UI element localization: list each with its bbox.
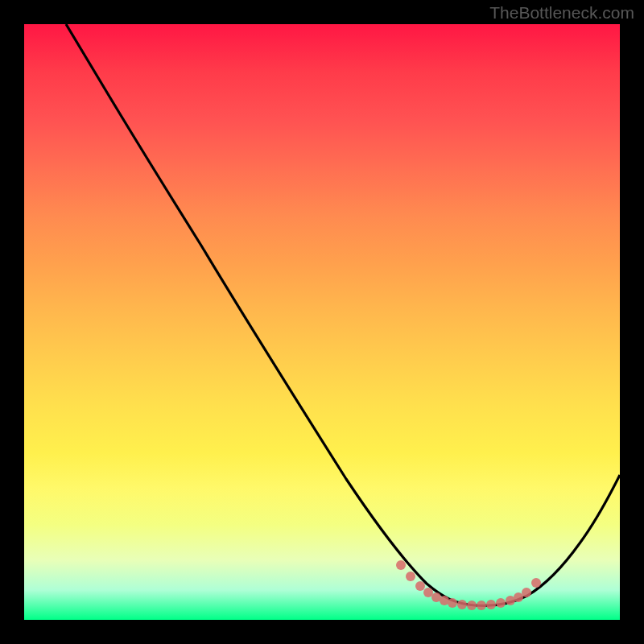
svg-point-10	[486, 600, 496, 609]
chart-svg	[24, 24, 620, 620]
svg-point-7	[457, 600, 467, 609]
svg-point-0	[396, 560, 406, 570]
bottleneck-curve-line	[66, 24, 620, 606]
svg-point-13	[514, 592, 523, 602]
chart-plot-area	[24, 24, 620, 620]
svg-point-9	[477, 601, 486, 610]
svg-point-2	[415, 581, 425, 591]
svg-point-14	[522, 588, 531, 597]
svg-point-3	[423, 588, 433, 597]
svg-point-15	[531, 578, 541, 588]
svg-point-11	[496, 598, 506, 608]
svg-point-1	[406, 572, 415, 581]
optimal-range-dots	[396, 560, 541, 610]
svg-point-8	[467, 601, 477, 610]
watermark-text: TheBottleneck.com	[489, 3, 634, 23]
svg-point-6	[448, 598, 457, 608]
